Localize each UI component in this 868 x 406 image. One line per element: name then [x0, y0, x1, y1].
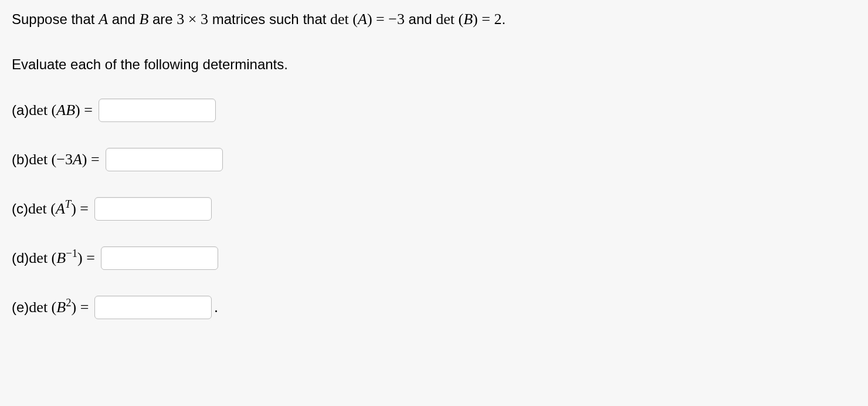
question-b: (b) det (−3A) = [12, 148, 856, 171]
intro-detA: det (A) = −3 [330, 11, 405, 28]
label-e: (e) [12, 299, 29, 316]
intro-A: A [99, 11, 108, 28]
question-e: (e) det (B2) = . [12, 296, 856, 319]
intro-are: are [148, 11, 177, 27]
expr-c: det (AT) = [28, 200, 89, 218]
intro-B: B [139, 11, 148, 28]
answer-input-b[interactable] [106, 148, 223, 171]
intro-text-1: Suppose that [12, 11, 99, 27]
question-a: (a) det (AB) = [12, 99, 856, 122]
answer-input-e[interactable] [94, 296, 212, 319]
intro-matrices: matrices such that [208, 11, 330, 27]
label-b: (b) [12, 151, 29, 168]
answer-input-d[interactable] [101, 246, 218, 270]
expr-b: det (−3A) = [29, 151, 99, 168]
answer-input-a[interactable] [99, 99, 216, 122]
problem-intro: Suppose that A and B are 3 × 3 matrices … [12, 11, 856, 28]
trailing-period: . [214, 299, 218, 316]
instruction-text: Evaluate each of the following determina… [12, 56, 856, 73]
intro-period: . [501, 11, 506, 27]
question-d: (d) det (B−1) = [12, 246, 856, 270]
intro-and2: and [405, 11, 436, 27]
intro-and: and [108, 11, 139, 27]
question-c: (c) det (AT) = [12, 197, 856, 221]
intro-detB: det (B) = 2 [436, 11, 501, 28]
label-a: (a) [12, 102, 29, 119]
label-c: (c) [12, 201, 28, 217]
answer-input-c[interactable] [94, 197, 212, 221]
expr-d: det (B−1) = [29, 249, 95, 267]
intro-dim: 3 × 3 [177, 11, 208, 28]
label-d: (d) [12, 250, 29, 266]
expr-a: det (AB) = [29, 102, 93, 119]
expr-e: det (B2) = [29, 299, 89, 316]
